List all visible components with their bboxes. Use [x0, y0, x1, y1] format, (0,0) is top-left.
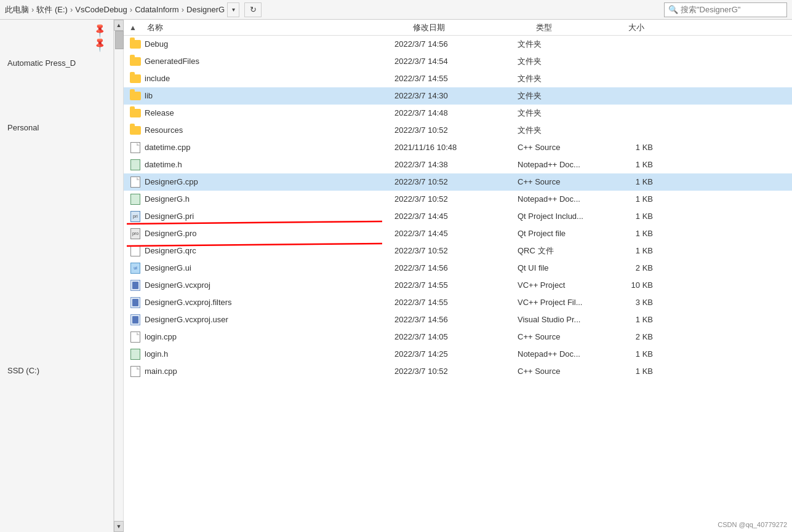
pro-icon: pro	[130, 228, 140, 239]
file-size: 2 KB	[610, 332, 659, 341]
search-input[interactable]	[681, 5, 779, 14]
breadcrumb-part[interactable]: 此电脑	[5, 4, 29, 15]
table-row[interactable]: DesignerG.vcxproj.filters2022/3/7 14:55V…	[124, 294, 792, 311]
file-name: include	[145, 74, 170, 83]
col-header-date[interactable]: 修改日期	[413, 22, 536, 33]
breadcrumb-sep: ›	[31, 5, 34, 14]
file-name: main.cpp	[145, 367, 177, 376]
file-icon	[130, 245, 141, 256]
file-icon	[130, 73, 141, 84]
table-row[interactable]: lib2022/3/7 14:30文件夹	[124, 87, 792, 105]
breadcrumb-bar: 此电脑 › 软件 (E:) › VsCodeDebug › CdataInfor…	[0, 0, 792, 20]
folder-icon	[130, 126, 141, 135]
file-type: 文件夹	[518, 125, 610, 136]
file-type: 文件夹	[518, 39, 610, 50]
table-row[interactable]: datetime.h2022/3/7 14:38Notepad++ Doc...…	[124, 156, 792, 173]
column-header-row: ▲ 名称 修改日期 类型 大小	[124, 20, 792, 36]
sidebar-item-auto[interactable]: Automatic Press_D	[0, 55, 113, 71]
file-name: Resources	[145, 125, 183, 135]
folder-icon	[130, 92, 141, 100]
qrc-icon	[130, 245, 140, 256]
file-size: 1 KB	[610, 212, 659, 221]
file-date: 2022/3/7 14:05	[394, 332, 518, 341]
table-row[interactable]: login.cpp2022/3/7 14:05C++ Source2 KB	[124, 328, 792, 346]
h-icon	[130, 159, 140, 170]
pri-icon: pri	[130, 211, 140, 222]
breadcrumb-part[interactable]: CdataInform	[135, 5, 179, 14]
breadcrumb-sep: ›	[182, 5, 184, 14]
scroll-thumb[interactable]	[115, 31, 124, 49]
file-icon: pri	[130, 211, 141, 222]
file-name: datetime.cpp	[145, 143, 190, 152]
table-row[interactable]: login.h2022/3/7 14:25Notepad++ Doc...1 K…	[124, 346, 792, 363]
breadcrumb-part[interactable]: DesignerG	[186, 5, 225, 14]
file-icon-cell: login.h	[124, 349, 394, 360]
up-arrow[interactable]: ▲	[124, 23, 142, 32]
file-date: 2022/3/7 10:52	[394, 246, 518, 255]
file-icon-cell: priDesignerG.pri	[124, 211, 394, 222]
file-type: Qt Project Includ...	[518, 212, 610, 221]
file-name: DesignerG.ui	[145, 263, 191, 272]
table-row[interactable]: proDesignerG.pro2022/3/7 14:45Qt Project…	[124, 225, 792, 242]
pin-area: 📌 📌	[0, 25, 113, 50]
file-type: C++ Source	[518, 367, 610, 376]
table-row[interactable]: DesignerG.cpp2022/3/7 10:52C++ Source1 K…	[124, 173, 792, 191]
file-icon	[130, 366, 141, 377]
scroll-down-btn[interactable]: ▼	[114, 521, 124, 532]
table-row[interactable]: datetime.cpp2021/11/16 10:48C++ Source1 …	[124, 139, 792, 156]
file-icon	[130, 297, 141, 308]
main-layout: 📌 📌 Automatic Press_D Personal SSD (C:) …	[0, 20, 792, 532]
table-row[interactable]: Release2022/3/7 14:48文件夹	[124, 105, 792, 122]
col-header-type[interactable]: 类型	[536, 22, 628, 33]
table-row[interactable]: main.cpp2022/3/7 10:52C++ Source1 KB	[124, 363, 792, 380]
table-row[interactable]: Debug2022/3/7 14:56文件夹	[124, 36, 792, 53]
file-date: 2022/3/7 14:55	[394, 298, 518, 307]
file-name: Release	[145, 108, 174, 117]
table-row[interactable]: DesignerG.vcxproj.user2022/3/7 14:56Visu…	[124, 311, 792, 328]
breadcrumb-dropdown[interactable]: ▾	[227, 2, 239, 17]
col-header-name[interactable]: 名称	[142, 22, 413, 33]
file-size: 1 KB	[610, 315, 659, 324]
sidebar-item-personal[interactable]: Personal	[0, 120, 113, 135]
col-header-size[interactable]: 大小	[628, 22, 678, 33]
file-icon-cell: DesignerG.vcxproj	[124, 280, 394, 291]
scroll-up-btn[interactable]: ▲	[114, 20, 124, 31]
table-row[interactable]: uiDesignerG.ui2022/3/7 14:56Qt UI file2 …	[124, 260, 792, 277]
file-name: Debug	[145, 39, 168, 49]
file-type: C++ Source	[518, 143, 610, 152]
file-icon: ui	[130, 263, 141, 274]
table-row[interactable]: DesignerG.vcxproj2022/3/7 14:55VC++ Proj…	[124, 277, 792, 294]
file-type: Qt Project file	[518, 229, 610, 238]
folder-icon	[130, 74, 141, 83]
table-row[interactable]: DesignerG.qrc2022/3/7 10:52QRC 文件1 KB	[124, 242, 792, 260]
table-row[interactable]: priDesignerG.pri2022/3/7 14:45Qt Project…	[124, 208, 792, 225]
search-box[interactable]: 🔍	[664, 2, 787, 17]
breadcrumb-refresh[interactable]: ↻	[244, 2, 262, 17]
file-name: lib	[145, 91, 153, 100]
file-name: DesignerG.h	[145, 194, 190, 204]
sidebar-scrollbar[interactable]: ▲ ▼	[114, 20, 124, 532]
table-row[interactable]: include2022/3/7 14:55文件夹	[124, 70, 792, 87]
file-name: GeneratedFiles	[145, 57, 199, 66]
file-name: login.h	[145, 349, 168, 359]
sidebar-item-ssd[interactable]: SSD (C:)	[0, 363, 113, 378]
file-type: 文件夹	[518, 108, 610, 119]
h-icon	[130, 194, 140, 205]
breadcrumb-part[interactable]: 软件 (E:)	[36, 4, 68, 15]
file-icon	[130, 142, 141, 153]
vcxproj-icon	[130, 280, 140, 291]
file-size: 1 KB	[610, 246, 659, 255]
table-row[interactable]: GeneratedFiles2022/3/7 14:54文件夹	[124, 53, 792, 70]
file-list[interactable]: Debug2022/3/7 14:56文件夹GeneratedFiles2022…	[124, 36, 792, 532]
file-icon-cell: GeneratedFiles	[124, 56, 394, 67]
breadcrumb-part[interactable]: VsCodeDebug	[75, 5, 127, 14]
file-type: C++ Source	[518, 177, 610, 186]
table-row[interactable]: Resources2022/3/7 10:52文件夹	[124, 122, 792, 139]
file-icon-cell: DesignerG.qrc	[124, 245, 394, 256]
file-date: 2022/3/7 14:56	[394, 315, 518, 324]
file-date: 2022/3/7 14:56	[394, 39, 518, 49]
table-row[interactable]: DesignerG.h2022/3/7 10:52Notepad++ Doc..…	[124, 191, 792, 208]
file-date: 2021/11/16 10:48	[394, 143, 518, 152]
scroll-track[interactable]	[114, 31, 123, 521]
pin-icon-2[interactable]: 📌	[91, 36, 108, 54]
